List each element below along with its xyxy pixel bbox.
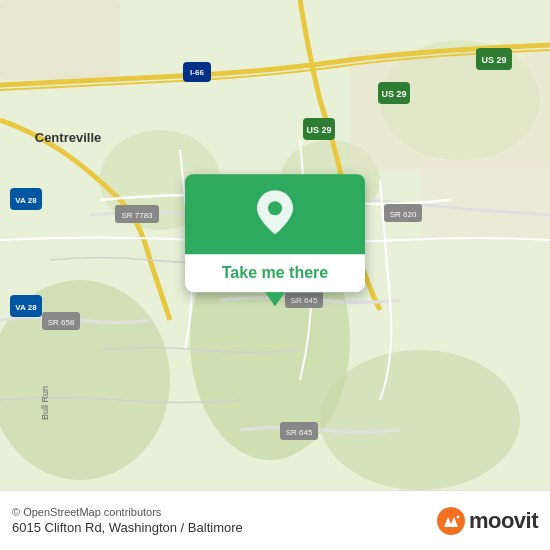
svg-text:SR 645: SR 645: [291, 296, 318, 305]
svg-text:VA 28: VA 28: [15, 303, 37, 312]
moovit-brand-text: moovit: [469, 508, 538, 534]
svg-point-3: [320, 350, 520, 490]
svg-text:I-66: I-66: [190, 68, 204, 77]
svg-text:SR 645: SR 645: [286, 428, 313, 437]
location-popup[interactable]: Take me there: [185, 174, 365, 292]
svg-text:SR 7783: SR 7783: [121, 211, 153, 220]
address-label: 6015 Clifton Rd, Washington / Baltimore: [12, 520, 243, 535]
svg-point-35: [437, 507, 465, 535]
take-me-there-button[interactable]: Take me there: [185, 254, 365, 292]
map-container: US 29 I-66 US 29 US 29 VA 28 VA 28 SR 77…: [0, 0, 550, 490]
svg-point-37: [456, 515, 459, 518]
svg-text:US 29: US 29: [306, 125, 331, 135]
location-pin-icon: [257, 190, 293, 238]
svg-rect-8: [350, 50, 550, 170]
map-attribution: © OpenStreetMap contributors: [12, 506, 243, 518]
svg-text:VA 28: VA 28: [15, 196, 37, 205]
svg-text:US 29: US 29: [481, 55, 506, 65]
svg-text:SR 620: SR 620: [390, 210, 417, 219]
svg-text:Centreville: Centreville: [35, 130, 101, 145]
svg-text:SR 658: SR 658: [48, 318, 75, 327]
svg-point-34: [268, 201, 282, 215]
moovit-logo: moovit: [437, 507, 538, 535]
svg-text:US 29: US 29: [381, 89, 406, 99]
svg-text:Bull Run: Bull Run: [40, 386, 50, 420]
moovit-icon: [437, 507, 465, 535]
bottom-bar: © OpenStreetMap contributors 6015 Clifto…: [0, 490, 550, 550]
svg-rect-7: [0, 0, 120, 80]
